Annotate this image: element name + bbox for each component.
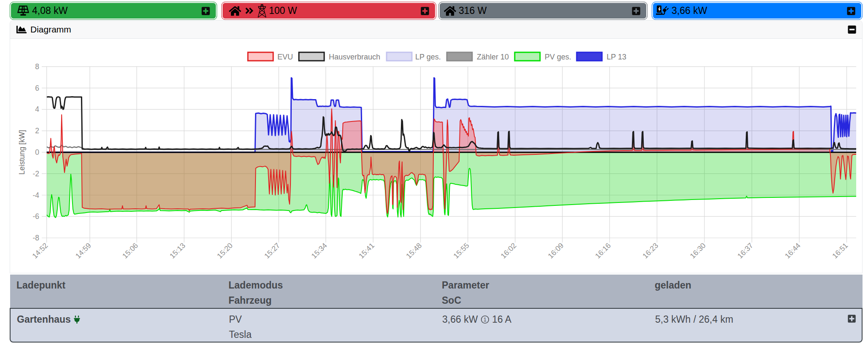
svg-text:15:55: 15:55: [452, 241, 471, 260]
svg-text:15:06: 15:06: [121, 241, 140, 260]
svg-text:2: 2: [35, 127, 39, 135]
svg-text:EVU: EVU: [277, 53, 293, 61]
svg-text:15:48: 15:48: [404, 241, 423, 260]
svg-text:16:02: 16:02: [499, 241, 518, 260]
svg-text:LP 13: LP 13: [607, 53, 626, 61]
svg-text:16:09: 16:09: [546, 241, 565, 260]
svg-text:15:20: 15:20: [215, 241, 234, 260]
svg-text:15:27: 15:27: [263, 241, 282, 260]
svg-text:14:59: 14:59: [74, 241, 93, 260]
svg-text:15:34: 15:34: [310, 241, 329, 260]
svg-text:Leistung [kW]: Leistung [kW]: [18, 130, 26, 175]
svg-text:LP ges.: LP ges.: [415, 53, 441, 61]
svg-text:0: 0: [35, 148, 39, 156]
svg-text:-4: -4: [32, 191, 39, 200]
svg-text:16:30: 16:30: [688, 241, 707, 260]
svg-text:16:16: 16:16: [594, 241, 613, 260]
svg-text:16:37: 16:37: [736, 241, 755, 260]
svg-text:1: 1: [484, 317, 486, 323]
svg-text:-2: -2: [32, 170, 39, 178]
svg-text:Hausverbrauch: Hausverbrauch: [329, 53, 380, 61]
svg-text:16:23: 16:23: [641, 241, 660, 260]
svg-text:Zähler 10: Zähler 10: [477, 53, 509, 61]
svg-text:15:13: 15:13: [168, 241, 187, 260]
svg-text:16:44: 16:44: [783, 241, 802, 260]
svg-text:8: 8: [35, 62, 39, 71]
svg-text:15:41: 15:41: [357, 241, 376, 260]
svg-text:PV ges.: PV ges.: [545, 53, 571, 61]
svg-text:-6: -6: [32, 212, 39, 221]
svg-text:16:51: 16:51: [830, 241, 849, 260]
svg-text:4: 4: [35, 105, 39, 113]
svg-text:6: 6: [35, 84, 39, 92]
svg-text:-8: -8: [32, 234, 39, 242]
svg-text:14:52: 14:52: [30, 241, 49, 260]
